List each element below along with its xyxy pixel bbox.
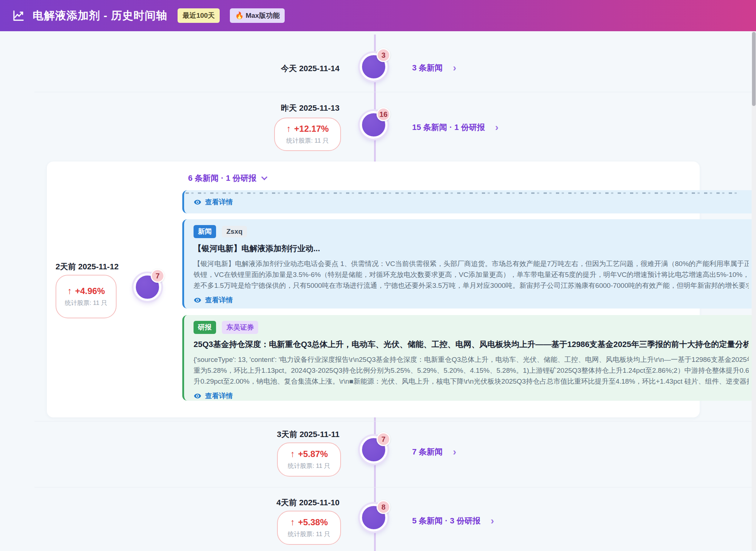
news-title: 【银河电新】电解液添加剂行业动... [194, 243, 749, 254]
chevron-right-icon: › [491, 517, 494, 525]
count-badge: 3 [377, 48, 390, 62]
stocks-count: 统计股票: 11 只 [286, 136, 329, 145]
report-card: 研报 东吴证券 25Q3基金持仓深度：电新重仓Q3总体上升，电动车、光伏、储能、… [182, 315, 756, 401]
divider [34, 421, 752, 421]
stocks-count: 统计股票: 11 只 [65, 299, 107, 307]
report-body-line: {'sourceType': 13, 'content': '电力设备行业深度报… [194, 354, 749, 365]
eye-icon [194, 392, 202, 400]
entry-date: 4天前 2025-11-10 [238, 497, 340, 508]
news-card: 新闻 Zsxq 【银河电新】电解液添加剂行业动... 【银河电新】电解液添加剂行… [182, 219, 756, 309]
chevron-down-icon [261, 174, 268, 180]
report-title: 25Q3基金持仓深度：电新重仓Q3总体上升，电动车、光伏、储能、工控、电网、风电… [194, 339, 749, 350]
clipped-text-remnant [186, 192, 740, 194]
count-badge: 7 [151, 269, 164, 283]
stocks-count: 统计股票: 11 只 [288, 462, 330, 470]
up-arrow-icon: ↑ [290, 517, 295, 527]
up-arrow-icon: ↑ [290, 449, 295, 459]
chevron-right-icon: › [453, 448, 456, 456]
change-percent: +5.87% [298, 449, 328, 459]
view-details-link[interactable]: 查看详情 [194, 391, 749, 401]
fire-icon: 🔥 [235, 12, 244, 19]
divider [34, 92, 752, 92]
report-body-line: 重为5.28%，环比上升1.13pct。2024Q3-2025Q3持仓比例分别为… [194, 365, 749, 376]
change-pill: ↑+4.96% 统计股票: 11 只 [56, 275, 117, 318]
expanded-summary-toggle[interactable]: 6 条新闻 · 1 份研报 [188, 173, 267, 184]
card-tags: 新闻 Zsxq [194, 225, 749, 238]
news-link[interactable]: 3 条新闻 › [412, 62, 456, 73]
change-percent: +4.96% [75, 286, 105, 296]
broker-badge: 东吴证券 [222, 321, 258, 334]
up-arrow-icon: ↑ [67, 286, 72, 296]
news-link[interactable]: 15 条新闻 · 1 份研报 › [412, 122, 499, 133]
entry-date: 今天 2025-11-14 [238, 63, 340, 74]
header-bar: 电解液添加剂 - 历史时间轴 最近100天 🔥 Max版功能 [0, 0, 756, 31]
trend-chart-icon [11, 8, 26, 23]
page-title: 电解液添加剂 - 历史时间轴 [33, 8, 167, 23]
scrollbar-thumb[interactable] [752, 32, 756, 106]
scrollbar-track[interactable] [752, 31, 756, 551]
max-feature-badge: 🔥 Max版功能 [230, 8, 285, 23]
range-badge[interactable]: 最近100天 [178, 8, 220, 23]
entry-date: 2天前 2025-11-12 [56, 261, 150, 272]
count-badge: 7 [377, 432, 390, 446]
news-body-line: 【银河电新】电解液添加剂行业动态电话会要点 1、供需情况：VC当前供需很紧，头部… [194, 258, 749, 269]
eye-icon [194, 296, 202, 304]
entry-date: 昨天 2025-11-13 [238, 103, 340, 114]
news-link[interactable]: 5 条新闻 · 3 份研报 › [412, 515, 494, 526]
eye-icon [194, 198, 202, 206]
change-pill: ↑+5.87% 统计股票: 11 只 [277, 442, 341, 477]
up-arrow-icon: ↑ [286, 123, 291, 134]
stocks-count: 统计股票: 11 只 [288, 530, 330, 539]
news-link[interactable]: 7 条新闻 › [412, 446, 456, 457]
divider [34, 487, 752, 487]
count-badge: 8 [377, 500, 390, 514]
view-details-link[interactable]: 查看详情 [194, 197, 756, 207]
count-badge: 16 [377, 107, 390, 121]
change-pill: ↑+12.17% 统计股票: 11 只 [274, 118, 341, 151]
news-body-line: 铁锂，VC在铁锂里面的添加量是3.5%-6%（特别是储能，对循环充放电次数要求更… [194, 269, 749, 280]
source-badge: Zsxq [222, 226, 247, 237]
chevron-right-icon: › [453, 64, 456, 72]
report-type-badge: 研报 [194, 321, 216, 334]
change-percent: +12.17% [294, 124, 329, 134]
view-details-link[interactable]: 查看详情 [194, 295, 749, 305]
news-type-badge: 新闻 [194, 225, 216, 238]
report-body-line: 升0.29pct至2.00%，钠电池、复合集流体上涨。\r\n■新能源：光伏、风… [194, 376, 749, 387]
news-card-clipped: 查看详情 [182, 190, 756, 213]
entry-date: 3天前 2025-11-11 [238, 429, 340, 440]
news-body-line: 差不多1.5万吨是给宁德保供的，只有5000吨在市场进行流通，宁德也还要外采3.… [194, 280, 749, 291]
change-percent: +5.38% [298, 517, 328, 527]
chevron-right-icon: › [495, 123, 498, 131]
change-pill: ↑+5.38% 统计股票: 11 只 [277, 511, 341, 545]
card-tags: 研报 东吴证券 [194, 321, 749, 334]
